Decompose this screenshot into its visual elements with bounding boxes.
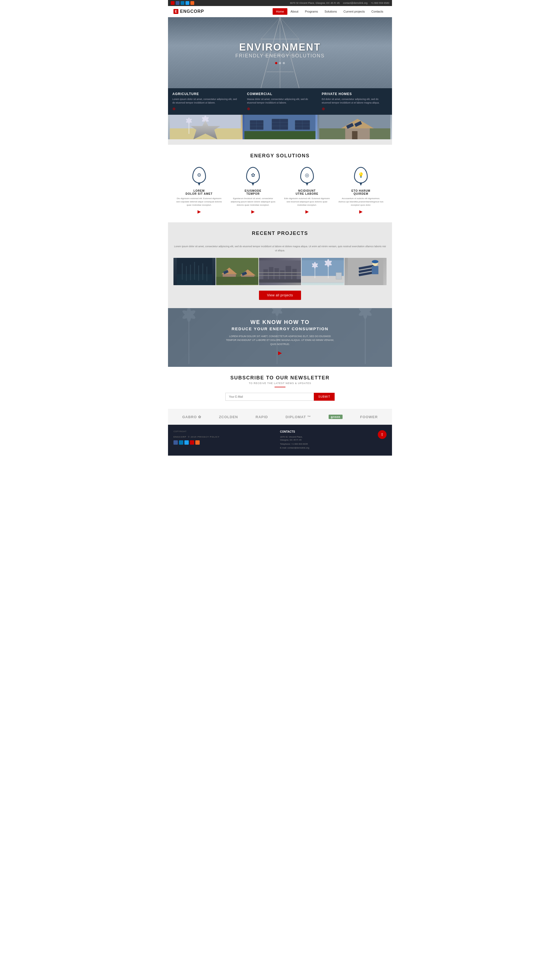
nav-home[interactable]: Home — [273, 8, 287, 15]
proj3-svg — [259, 258, 301, 285]
energy-item-1: ⚙ LOREMDOLOR SIT AMET Diu dignissim euis… — [173, 167, 225, 214]
card-agriculture-header: AGRICULTURE Lorem ipsum dolor sit amet, … — [168, 88, 242, 115]
card-commercial-header: COMMERCIAL Massa dolor sit amet, consect… — [242, 88, 317, 115]
energy-more-1[interactable]: ▶ — [198, 209, 201, 214]
hero-dot-3[interactable] — [283, 62, 285, 64]
partner-rapid: RAPID — [256, 415, 268, 419]
hero-section: ENVIRONMENT FRIENDLY ENERGY SOLUTIONS — [168, 17, 392, 88]
cta-content: WE KNOW HOW TO REDUCE YOUR ENERGY CONSUM… — [173, 319, 387, 356]
project-image-5[interactable] — [344, 258, 387, 285]
linkedin-icon[interactable] — [181, 1, 184, 5]
energy-section-title: ENERGY SOLUTIONS — [173, 153, 387, 159]
energy-more-2[interactable]: ▶ — [251, 209, 255, 214]
svg-rect-57 — [216, 277, 258, 285]
footer-tw-icon[interactable] — [184, 440, 189, 445]
energy-label-2: EIUSMODETEMPOR — [245, 189, 261, 195]
logo[interactable]: E ENGCORP — [173, 9, 204, 14]
card-commercial-image — [242, 115, 317, 139]
energy-item-3: ◎ NCIDIDUNTUTRE LABORE Ediv dignissim eu… — [282, 167, 333, 214]
card-agriculture-icon[interactable]: ⊕ — [172, 107, 238, 111]
hero-subtitle: FRIENDLY ENERGY SOLUTIONS — [235, 53, 324, 59]
project-image-3[interactable] — [259, 258, 301, 285]
address-text: 6670 St Vincent Place, Glasgow, DC 45 Fr… — [290, 2, 340, 5]
energy-desc-4: Accusantum et subiciis elit dignissimos.… — [338, 197, 384, 207]
svg-rect-64 — [292, 269, 297, 280]
footer-rss-icon[interactable] — [195, 440, 200, 445]
nav-programs[interactable]: Programs — [302, 8, 321, 15]
card-agriculture-title: AGRICULTURE — [172, 92, 238, 96]
svg-rect-63 — [285, 266, 291, 280]
footer-yt-icon[interactable] — [190, 440, 194, 445]
partner-gabro: GABRO ✿ — [182, 415, 201, 419]
project-image-1[interactable] — [173, 258, 216, 285]
footer-fb-icon[interactable] — [173, 440, 178, 445]
card-private-homes: PRIVATE HOMES Ed dolor sit amet, consect… — [318, 88, 392, 139]
card-commercial-text: Massa dolor sit amet, consectetur adipis… — [247, 97, 313, 104]
svg-rect-78 — [336, 273, 341, 279]
hero-dot-2[interactable] — [279, 62, 281, 64]
navbar: E ENGCORP Home About Programs Solutions … — [168, 6, 392, 17]
scroll-top-button[interactable]: ⇧ — [378, 430, 387, 439]
svg-point-84 — [372, 260, 378, 263]
nav-contacts[interactable]: Contacts — [368, 8, 387, 15]
footer-li-icon[interactable] — [179, 440, 183, 445]
energy-grid: ⚙ LOREMDOLOR SIT AMET Diu dignissim euis… — [173, 167, 387, 214]
project-image-2[interactable] — [216, 258, 258, 285]
energy-more-4[interactable]: ▶ — [359, 209, 362, 214]
twitter-icon[interactable] — [186, 1, 189, 5]
hero-dots — [235, 62, 324, 64]
proj4-svg — [302, 258, 344, 285]
pin-shape-4: 💡 — [354, 167, 368, 183]
pin-inner-icon-4: 💡 — [358, 172, 364, 178]
nav-links: Home About Programs Solutions Current pr… — [273, 8, 387, 15]
card-private-homes-title: PRIVATE HOMES — [322, 92, 388, 96]
newsletter-email-input[interactable] — [225, 393, 314, 401]
cta-arrow-icon[interactable]: ▶ — [173, 350, 387, 356]
hero-dot-1[interactable] — [275, 62, 277, 64]
pin-inner-icon-3: ◎ — [305, 172, 309, 178]
svg-rect-59 — [263, 269, 268, 280]
card-private-homes-header: PRIVATE HOMES Ed dolor sit amet, consect… — [318, 88, 392, 115]
card-agriculture-image — [168, 115, 242, 139]
card-commercial-icon[interactable]: ⊕ — [247, 107, 313, 111]
view-all-button[interactable]: View all projects — [259, 291, 301, 300]
newsletter-submit-button[interactable]: SUBMIT — [314, 393, 335, 401]
energy-more-3[interactable]: ▶ — [305, 209, 309, 214]
energy-icon-1: ⚙ — [191, 167, 207, 186]
newsletter-section: SUBSCRIBE TO OUR NEWSLETTER TO RECEIVE T… — [168, 367, 392, 409]
social-icons — [171, 1, 194, 5]
youtube-icon[interactable] — [171, 1, 175, 5]
svg-rect-60 — [269, 267, 273, 280]
logo-icon: E — [173, 9, 178, 14]
projects-title: RECENT PROJECTS — [173, 231, 387, 236]
project-image-4[interactable] — [302, 258, 344, 285]
partner-diplomat: DIPLOMAT ™ — [285, 415, 311, 419]
top-bar-left — [171, 1, 194, 5]
footer-copyright-label: COPYRIGHT — [173, 430, 280, 432]
projects-desc: Lorem ipsum dolor sit amet, consectetur … — [173, 244, 387, 252]
svg-rect-30 — [295, 120, 310, 130]
hero-content: ENVIRONMENT FRIENDLY ENERGY SOLUTIONS — [235, 41, 324, 64]
cards-row: AGRICULTURE Lorem ipsum dolor sit amet, … — [168, 88, 392, 139]
footer-inner: COPYRIGHT ENGCORP © 2015 PRIVACY POLICY … — [173, 430, 387, 450]
projects-images — [173, 258, 387, 285]
footer-email: E-mail: contact@demolink.org — [280, 446, 387, 449]
newsletter-divider — [275, 387, 285, 387]
nav-solutions[interactable]: Solutions — [321, 8, 340, 15]
cta-section: WE KNOW HOW TO REDUCE YOUR ENERGY CONSUM… — [168, 308, 392, 367]
card-private-homes-icon[interactable]: ⊕ — [322, 107, 388, 111]
facebook-icon[interactable] — [176, 1, 179, 5]
phone-text: +1 800 559 6580 — [371, 2, 389, 5]
card-commercial: COMMERCIAL Massa dolor sit amet, consect… — [242, 88, 317, 139]
svg-rect-38 — [352, 131, 357, 139]
rss-icon[interactable] — [190, 1, 194, 5]
cta-title: WE KNOW HOW TO — [173, 319, 387, 325]
energy-section: ENERGY SOLUTIONS ⚙ LOREMDOLOR SIT AMET D… — [168, 145, 392, 222]
nav-current-projects[interactable]: Current projects — [340, 8, 368, 15]
partner-zcolden: ZCOLDEN — [219, 415, 238, 419]
nav-about[interactable]: About — [287, 8, 302, 15]
proj2-svg — [216, 258, 258, 285]
partners-row: GABRO ✿ ZCOLDEN RAPID DIPLOMAT ™ green F… — [173, 415, 387, 419]
energy-label-1: LOREMDOLOR SIT AMET — [186, 189, 212, 195]
footer: COPYRIGHT ENGCORP © 2015 PRIVACY POLICY … — [168, 425, 392, 456]
